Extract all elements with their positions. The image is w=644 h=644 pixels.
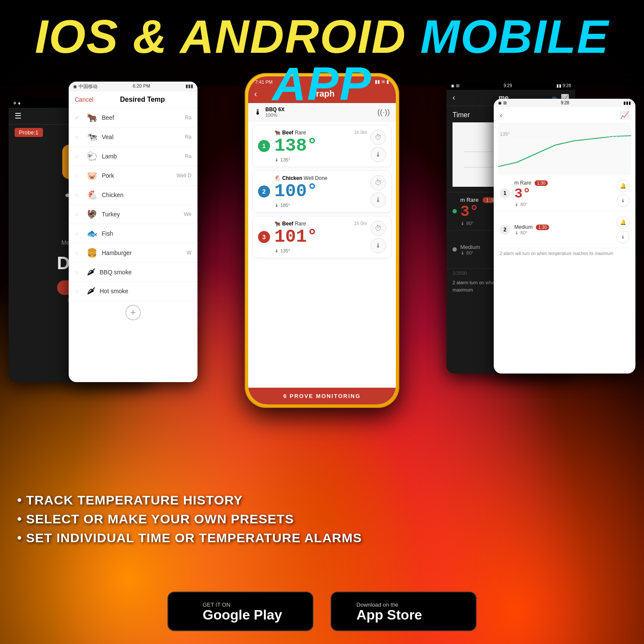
google-play-line2: Google Play — [203, 608, 282, 622]
bottom-monitor-label: 6 PROVE MONITORING — [248, 388, 396, 404]
probe-3-info: 🐂 Beef Rare 1h 0m 101° 🌡 135° — [274, 221, 367, 253]
probe-3-time: 1h 0m — [354, 221, 367, 226]
check-icon-beef: ✓ — [75, 114, 83, 121]
phone-outer-frame: 7:41 PM ▮▮ ≋ ▮ ‹ Graph 🌡 BBQ 6X — [245, 73, 399, 408]
probe-white-1-temp: 3° — [514, 186, 617, 202]
probe-3-temp: 101° — [274, 227, 367, 247]
alarm-note-white: 2 alarm will turn on when temperature re… — [494, 248, 635, 259]
probe-3-meat: 🐂 Beef Rare 1h 0m — [274, 221, 367, 227]
meat-item-hotsmoke[interactable]: ○ 🌶 Hot smoke — [69, 282, 197, 301]
probe-number-1: 1 — [258, 140, 270, 152]
app-buttons-row: ▶ GET IT ON Google Play  Download on th… — [0, 592, 644, 631]
meat-item-pork[interactable]: ○ 🐷 Pork Well D — [69, 166, 197, 185]
probe-dot-2 — [453, 247, 457, 252]
check-icon-hamburger: ○ — [75, 249, 83, 256]
probe-1-target: 🌡 135° — [274, 157, 367, 162]
meat-item-lamb[interactable]: ○ 🐑 Lamb Ra — [69, 147, 197, 166]
probe-3-target: 🌡 135° — [274, 248, 367, 253]
probe-white-1-target: 🌡 80° — [514, 202, 617, 207]
probe-1-temp: 138° — [274, 136, 367, 156]
thermometer-icon-w1[interactable]: 🌡 — [617, 194, 629, 207]
probe-white-2-badge: 1:30 — [536, 225, 549, 230]
meat-item-chicken[interactable]: ○ 🐔 Chicken — [69, 185, 197, 205]
probe-white-2-target: 🌡 80° — [514, 230, 617, 235]
probe-3-actions: ⏱ 🌡 — [371, 221, 386, 253]
hamburger-icon[interactable]: ☰ — [15, 111, 21, 121]
timer-icon-1[interactable]: ⏱ — [371, 130, 386, 145]
meat-item-turkey[interactable]: ○ 🦃 Turkey We — [69, 205, 197, 224]
probe-white-1-meat: m Rare 1:30 — [514, 180, 617, 186]
screen-mid-left: ◉ 中国移动 6:20 PM ▮▮▮ Cancel Desired Temp ✓… — [69, 82, 197, 382]
screens-area: ✈ ♦ 9:41 ▮▮▮ ☰ ⤴ Probe:1 BB 🐄 Targ Beef … — [0, 73, 644, 425]
phone-inner-screen: 7:41 PM ▮▮ ≋ ▮ ‹ Graph 🌡 BBQ 6X — [248, 76, 396, 404]
app-store-text: Download on the App Store — [356, 601, 422, 622]
graph-svg: 135° — [498, 124, 631, 175]
page-header: iOS & ANDROID MOBILE APP — [0, 9, 644, 112]
meat-item-fish[interactable]: ○ 🐟 Fish — [69, 224, 197, 243]
probe-2-actions: ⏱ 🌡 — [371, 175, 386, 208]
graph-icon-rw[interactable]: 📈 — [620, 110, 629, 120]
probe-white-2-info: Medium 1:30 🌡 80° — [514, 224, 617, 235]
check-icon-hotsmoke: ○ — [75, 288, 83, 295]
probe-card-2[interactable]: 2 🐔 Chicken Well Done 100° 🌡 185° ⏱ 🌡 — [252, 170, 392, 213]
medium-label: Medium — [460, 244, 480, 250]
check-icon-chicken: ○ — [75, 191, 83, 198]
check-icon-pork: ○ — [75, 172, 83, 179]
probe-white-1-info: m Rare 1:30 3° 🌡 80° — [514, 180, 617, 207]
thermometer-icon-3[interactable]: 🌡 — [371, 238, 386, 253]
check-icon-fish: ○ — [75, 230, 83, 237]
probe-num-white-1: 1 — [500, 188, 510, 198]
probe-card-1[interactable]: 1 🐂 Beef Rare 1h 0m 138° 🌡 135° ⏱ 🌡 — [252, 125, 392, 167]
probe-1-time: 1h 0m — [354, 130, 367, 135]
probe-white-2-meat: Medium 1:30 — [514, 224, 617, 230]
alarm-icon-w2[interactable]: 🔔 — [617, 216, 629, 229]
screen-right-white: ◉ ⊞ 9:28 ▮▮▮ ‹ 📈 135° 1 m Rare 1:30 — [494, 99, 635, 374]
feature-2: • SELECT OR MAKE YOUR OWN PRESETS — [17, 512, 362, 526]
feature-1: • TRACK TEMPERATURE HISTORY — [17, 493, 362, 507]
meat-item-bbqsmoke[interactable]: ○ 🌶 BBQ smoke — [69, 263, 197, 282]
add-button[interactable]: + — [125, 305, 141, 320]
alarm-icon-w1[interactable]: 🔔 — [617, 179, 629, 192]
probe-white-1-badge: 1:30 — [535, 180, 548, 186]
probe-number-2: 2 — [258, 185, 270, 197]
probe-row-white-1[interactable]: 1 m Rare 1:30 3° 🌡 80° 🔔 🌡 — [494, 175, 635, 212]
svg-text:135°: 135° — [500, 132, 510, 137]
check-icon-bbqsmoke: ○ — [75, 269, 83, 276]
header-text: iOS & ANDROID MOBILE APP — [9, 13, 635, 107]
probe-1-info: 🐂 Beef Rare 1h 0m 138° 🌡 135° — [274, 130, 367, 162]
meat-item-veal[interactable]: ○ 🐄 Veal Ra — [69, 128, 197, 147]
thermometer-icon-2[interactable]: 🌡 — [371, 192, 386, 208]
probe-num-white-2: 2 — [500, 225, 510, 235]
google-play-icon: ▶ — [179, 598, 197, 624]
thermometer-icon-w2[interactable]: 🌡 — [617, 231, 629, 243]
probe-2-temp: 100° — [274, 181, 367, 202]
probe-white-2-icons: 🔔 🌡 — [617, 216, 629, 243]
check-icon-lamb: ○ — [75, 153, 83, 160]
ios-android-text: iOS & ANDROID — [35, 10, 406, 63]
timer-label: Timer — [453, 111, 470, 119]
center-phone: 7:41 PM ▮▮ ≋ ▮ ‹ Graph 🌡 BBQ 6X — [245, 73, 399, 408]
thermometer-icon-1[interactable]: 🌡 — [371, 147, 386, 162]
google-play-text: GET IT ON Google Play — [203, 601, 282, 622]
probe-card-3[interactable]: 3 🐂 Beef Rare 1h 0m 101° 🌡 135° ⏱ 🌡 — [252, 216, 392, 258]
probe-1-meat: 🐂 Beef Rare 1h 0m — [274, 130, 367, 136]
timer-icon-2[interactable]: ⏱ — [371, 175, 386, 191]
back-icon-rw[interactable]: ‹ — [500, 111, 502, 120]
google-play-button[interactable]: ▶ GET IT ON Google Play — [167, 592, 313, 631]
probe-row-white-2[interactable]: 2 Medium 1:30 🌡 80° 🔔 🌡 — [494, 212, 635, 248]
apple-icon:  — [343, 599, 350, 624]
check-icon-veal: ○ — [75, 134, 83, 140]
probe-white-1-icons: 🔔 🌡 — [617, 179, 629, 207]
meat-list: ✓ 🐂 Beef Ra ○ 🐄 Veal Ra ○ 🐑 Lamb Ra ○ 🐷 … — [69, 108, 197, 301]
timer-icon-3[interactable]: ⏱ — [371, 221, 386, 236]
probe-2-target: 🌡 185° — [274, 203, 367, 208]
check-icon-turkey: ○ — [75, 211, 83, 218]
probe-2-meat: 🐔 Chicken Well Done — [274, 175, 367, 181]
app-store-button[interactable]:  Download on the App Store — [331, 592, 477, 631]
meat-item-hamburger[interactable]: ○ 🍔 Hamburger W — [69, 243, 197, 263]
features-list: • TRACK TEMPERATURE HISTORY • SELECT OR … — [17, 493, 362, 550]
probe-dot-1 — [453, 209, 457, 213]
probe-number-3: 3 — [258, 231, 270, 243]
probe-2-info: 🐔 Chicken Well Done 100° 🌡 185° — [274, 175, 367, 208]
app-store-line2: App Store — [356, 608, 422, 622]
